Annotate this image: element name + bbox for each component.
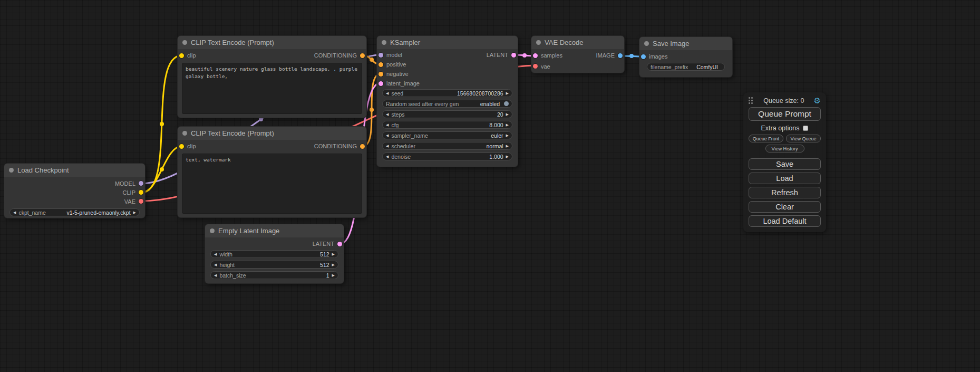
node-title-bar[interactable]: KSampler	[377, 36, 518, 49]
output-slot-model[interactable]	[139, 181, 143, 186]
input-label-positive: positive	[386, 61, 406, 68]
widget-value: 156680208700286	[457, 90, 503, 97]
input-slot-samples[interactable]	[533, 53, 538, 58]
refresh-button[interactable]: Refresh	[749, 187, 821, 198]
positive-prompt-textarea[interactable]: beautiful scenery nature glass bottle la…	[182, 63, 362, 114]
collapse-dot-icon[interactable]	[382, 40, 386, 45]
increment-arrow-icon[interactable]: ▶	[506, 112, 509, 116]
node-clip-text-encode-negative[interactable]: CLIP Text Encode (Prompt) clip CONDITION…	[178, 127, 366, 217]
view-queue-button[interactable]: View Queue	[786, 135, 821, 142]
node-title-bar[interactable]: Empty Latent Image	[205, 224, 344, 237]
height-widget[interactable]: ◀ height 512 ▶	[210, 261, 338, 269]
increment-arrow-icon[interactable]: ▶	[506, 91, 509, 95]
extra-options-checkbox[interactable]	[803, 126, 808, 131]
collapse-dot-icon[interactable]	[210, 228, 215, 233]
widget-value: enabled	[480, 101, 500, 107]
input-slot-positive[interactable]	[379, 62, 383, 67]
input-slot-negative[interactable]	[379, 72, 383, 77]
decrement-arrow-icon[interactable]: ◀	[386, 155, 389, 158]
width-widget[interactable]: ◀ width 512 ▶	[210, 250, 338, 258]
batch-size-widget[interactable]: ◀ batch_size 1 ▶	[210, 271, 338, 279]
node-clip-text-encode-positive[interactable]: CLIP Text Encode (Prompt) clip CONDITION…	[178, 36, 366, 118]
increment-arrow-icon[interactable]: ▶	[506, 144, 509, 148]
toggle-indicator-icon[interactable]	[504, 101, 509, 106]
increment-arrow-icon[interactable]: ▶	[133, 211, 136, 214]
input-slot-clip[interactable]	[179, 53, 184, 58]
denoise-widget[interactable]: ◀ denoise 1.000 ▶	[382, 152, 512, 160]
negative-prompt-textarea[interactable]: text, watermark	[182, 154, 362, 214]
decrement-arrow-icon[interactable]: ◀	[386, 112, 389, 116]
decrement-arrow-icon[interactable]: ◀	[386, 123, 389, 127]
node-title-bar[interactable]: CLIP Text Encode (Prompt)	[178, 127, 366, 140]
scheduler-widget[interactable]: ◀ scheduler normal ▶	[382, 142, 512, 150]
increment-arrow-icon[interactable]: ▶	[332, 252, 335, 256]
decrement-arrow-icon[interactable]: ◀	[214, 252, 217, 256]
graph-canvas[interactable]: Load Checkpoint MODEL CLIP VAE	[0, 0, 980, 372]
decrement-arrow-icon[interactable]: ◀	[214, 273, 217, 277]
cfg-widget[interactable]: ◀ cfg 8.000 ▶	[382, 121, 512, 129]
load-button[interactable]: Load	[749, 173, 821, 184]
input-slot-model[interactable]	[379, 53, 383, 58]
queue-front-button[interactable]: Queue Front	[749, 135, 783, 142]
collapse-dot-icon[interactable]	[182, 40, 187, 45]
wire-cond-positive-midpoint-dot	[370, 58, 374, 62]
increment-arrow-icon[interactable]: ▶	[332, 273, 335, 277]
increment-arrow-icon[interactable]: ▶	[506, 123, 509, 127]
widget-label: denoise	[391, 154, 411, 160]
wire-cond-negative-midpoint-dot	[370, 108, 374, 112]
output-slot-conditioning[interactable]	[360, 53, 365, 58]
output-slot-latent[interactable]	[337, 242, 342, 246]
input-slot-latent-image[interactable]	[379, 81, 383, 86]
input-label-clip: clip	[187, 52, 196, 59]
node-save-image[interactable]: Save Image images filename_prefix ComfyU…	[639, 37, 732, 77]
widget-value: v1-5-pruned-emaonly.ckpt	[66, 209, 130, 216]
output-slot-vae[interactable]	[139, 199, 143, 204]
node-title-bar[interactable]: Save Image	[639, 37, 732, 50]
sampler-name-widget[interactable]: ◀ sampler_name euler ▶	[382, 131, 512, 139]
seed-widget[interactable]: ◀ seed 156680208700286 ▶	[382, 89, 512, 97]
node-empty-latent-image[interactable]: Empty Latent Image LATENT ◀ width 512 ▶ …	[205, 224, 344, 283]
widget-label: steps	[391, 111, 404, 118]
decrement-arrow-icon[interactable]: ◀	[214, 263, 217, 266]
widget-value: euler	[491, 132, 503, 139]
output-label-image: IMAGE	[596, 52, 615, 59]
settings-gear-icon[interactable]: ⚙	[814, 97, 821, 104]
collapse-dot-icon[interactable]	[182, 131, 187, 136]
output-slot-conditioning[interactable]	[360, 144, 365, 149]
increment-arrow-icon[interactable]: ▶	[506, 155, 509, 158]
steps-widget[interactable]: ◀ steps 20 ▶	[382, 110, 512, 118]
drag-handle-icon[interactable]	[749, 97, 753, 104]
node-title-bar[interactable]: VAE Decode	[531, 36, 624, 49]
filename-prefix-widget[interactable]: filename_prefix ComfyUI	[647, 63, 725, 71]
node-vae-decode[interactable]: VAE Decode samples IMAGE vae	[531, 36, 624, 73]
increment-arrow-icon[interactable]: ▶	[332, 263, 335, 266]
decrement-arrow-icon[interactable]: ◀	[386, 91, 389, 95]
clear-button[interactable]: Clear	[749, 201, 821, 213]
input-slot-images[interactable]	[641, 54, 646, 59]
collapse-dot-icon[interactable]	[644, 41, 649, 46]
output-slot-latent[interactable]	[511, 53, 516, 58]
output-label-model: MODEL	[115, 180, 135, 187]
collapse-dot-icon[interactable]	[536, 40, 541, 45]
widget-value: normal	[487, 143, 503, 149]
view-history-button[interactable]: View History	[765, 145, 804, 152]
node-title-bar[interactable]: Load Checkpoint	[4, 164, 145, 177]
ckpt-name-widget[interactable]: ◀ ckpt_name v1-5-pruned-emaonly.ckpt ▶	[9, 208, 140, 216]
save-button[interactable]: Save	[749, 158, 821, 170]
input-slot-clip[interactable]	[179, 144, 184, 149]
increment-arrow-icon[interactable]: ▶	[506, 133, 509, 137]
input-slot-vae[interactable]	[533, 64, 538, 69]
collapse-dot-icon[interactable]	[9, 168, 14, 173]
random-seed-toggle-widget[interactable]: Random seed after every gen enabled	[382, 100, 512, 108]
output-slot-image[interactable]	[618, 53, 623, 58]
load-default-button[interactable]: Load Default	[749, 215, 821, 227]
node-title-bar[interactable]: CLIP Text Encode (Prompt)	[178, 36, 366, 49]
node-title: Empty Latent Image	[218, 227, 279, 235]
node-ksampler[interactable]: KSampler model LATENT positive	[377, 36, 518, 167]
decrement-arrow-icon[interactable]: ◀	[13, 211, 16, 214]
decrement-arrow-icon[interactable]: ◀	[386, 144, 389, 148]
decrement-arrow-icon[interactable]: ◀	[386, 133, 389, 137]
output-slot-clip[interactable]	[139, 190, 143, 195]
node-load-checkpoint[interactable]: Load Checkpoint MODEL CLIP VAE	[4, 164, 145, 218]
queue-prompt-button[interactable]: Queue Prompt	[749, 107, 821, 121]
